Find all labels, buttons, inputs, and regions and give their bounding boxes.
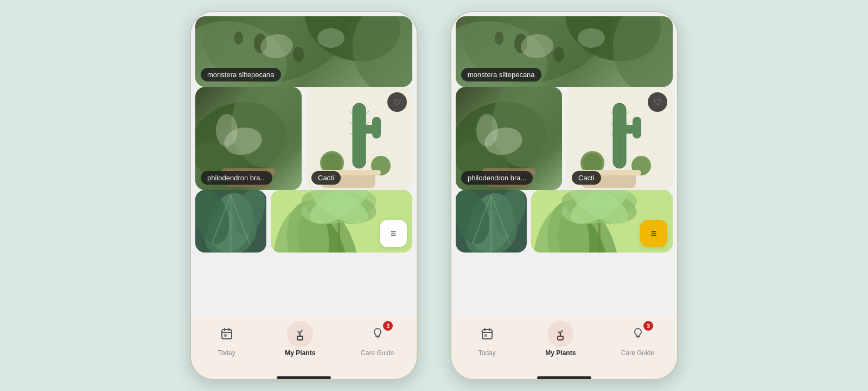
plant-icon-left — [293, 327, 307, 341]
svg-point-105 — [559, 190, 639, 229]
philodendron-card-left[interactable]: philodendron bra... — [195, 87, 302, 190]
cacti-label-left: Cacti — [311, 171, 341, 185]
bottom-nav-right: Today My Plants 3 Car — [451, 314, 677, 374]
cacti-card-right[interactable]: ♡ Cacti — [566, 87, 673, 190]
tropical-card-right[interactable]: ≡ — [531, 190, 673, 253]
svg-line-31 — [366, 122, 369, 125]
heart-icon-left: ♡ — [393, 97, 401, 108]
bulb-icon-right — [631, 327, 644, 340]
badge-careguide-left: 3 — [383, 321, 393, 331]
svg-point-94 — [456, 190, 495, 248]
svg-rect-78 — [620, 125, 641, 134]
svg-line-90 — [626, 122, 629, 125]
svg-rect-77 — [613, 103, 626, 168]
filter-button-right[interactable]: ≡ — [640, 220, 667, 247]
home-indicator-right — [537, 376, 591, 379]
nav-myplants-left[interactable]: My Plants — [285, 321, 315, 357]
svg-point-102 — [547, 204, 618, 253]
svg-rect-32 — [195, 190, 266, 253]
today-icon-wrap-right — [474, 321, 500, 347]
svg-point-69 — [481, 87, 562, 176]
svg-point-24 — [371, 156, 391, 175]
plant-icon-right — [553, 327, 567, 341]
svg-rect-54 — [224, 334, 227, 337]
row-bottom-left: ≡ — [191, 190, 417, 257]
svg-line-37 — [212, 195, 231, 244]
myplants-icon-wrap-right — [547, 321, 573, 347]
svg-rect-117 — [637, 337, 639, 338]
nav-today-right[interactable]: Today — [474, 321, 500, 357]
nav-careguide-left[interactable]: 3 Care Guide — [361, 321, 394, 357]
phone-left: monstera siltepecana philodendron bra... — [190, 11, 418, 380]
scroll-area-right[interactable]: monstera siltepecana philodendron bra... — [451, 12, 677, 314]
scroll-area-left[interactable]: monstera siltepecana philodendron bra... — [191, 12, 417, 314]
svg-point-23 — [322, 153, 342, 173]
svg-point-92 — [457, 201, 526, 253]
svg-point-4 — [254, 34, 267, 53]
svg-point-71 — [482, 124, 525, 157]
svg-line-28 — [349, 122, 353, 125]
svg-point-42 — [273, 191, 372, 253]
svg-point-107 — [564, 190, 634, 232]
calendar-icon-left — [220, 327, 233, 340]
filter-icon-left: ≡ — [391, 228, 397, 239]
svg-line-89 — [626, 111, 629, 114]
svg-point-10 — [221, 87, 302, 176]
svg-rect-109 — [482, 330, 492, 339]
myplants-icon-wrap-left — [287, 321, 313, 347]
svg-line-30 — [366, 111, 369, 114]
svg-point-103 — [531, 200, 597, 253]
calendar-icon-right — [481, 327, 494, 340]
svg-rect-116 — [636, 336, 640, 337]
svg-point-66 — [520, 33, 554, 59]
svg-line-86 — [610, 111, 613, 114]
svg-point-95 — [489, 190, 526, 239]
svg-line-96 — [472, 195, 491, 244]
svg-point-36 — [228, 190, 266, 239]
myplants-label-right: My Plants — [545, 349, 576, 357]
monstera-card-right[interactable]: monstera siltepecana — [456, 16, 673, 87]
svg-rect-57 — [376, 336, 379, 337]
svg-point-33 — [196, 201, 265, 253]
svg-point-64 — [553, 47, 564, 62]
svg-line-27 — [349, 111, 353, 114]
nav-myplants-right[interactable]: My Plants — [545, 321, 576, 357]
svg-point-48 — [304, 190, 374, 232]
heart-button-left[interactable]: ♡ — [387, 92, 407, 112]
svg-point-62 — [605, 16, 673, 87]
svg-point-67 — [578, 28, 605, 48]
monstera-card-left[interactable]: monstera siltepecana — [195, 16, 412, 87]
svg-point-65 — [495, 31, 503, 45]
today-label-right: Today — [478, 349, 496, 357]
cacti-card-left[interactable]: ♡ Cacti — [306, 87, 412, 190]
svg-line-29 — [349, 133, 353, 136]
today-label-left: Today — [218, 349, 235, 357]
row-bottom-right: ≡ — [451, 190, 677, 257]
svg-rect-58 — [376, 337, 379, 338]
nav-careguide-right[interactable]: 3 Care Guide — [621, 321, 654, 357]
svg-line-87 — [610, 122, 613, 125]
svg-rect-55 — [297, 336, 303, 340]
svg-point-72 — [476, 114, 498, 147]
tropical-card-left[interactable]: ≡ — [271, 190, 412, 253]
careguide-label-left: Care Guide — [361, 349, 394, 357]
home-indicator-left — [277, 376, 331, 379]
filter-button-left[interactable]: ≡ — [380, 220, 407, 247]
bottom-nav-left: Today My Plants 3 Car — [191, 314, 417, 374]
nav-today-left[interactable]: Today — [214, 321, 240, 357]
dracaena-card-right[interactable] — [456, 190, 527, 253]
svg-point-34 — [202, 190, 259, 253]
monstera-label-right: monstera siltepecana — [461, 68, 541, 81]
svg-rect-17 — [353, 103, 366, 168]
svg-line-88 — [610, 133, 613, 136]
philodendron-card-right[interactable]: philodendron bra... — [456, 87, 562, 190]
svg-line-38 — [231, 195, 250, 244]
heart-button-right[interactable]: ♡ — [648, 92, 667, 112]
svg-point-101 — [534, 191, 632, 253]
svg-point-5 — [293, 47, 304, 62]
svg-line-97 — [491, 195, 510, 244]
myplants-label-left: My Plants — [285, 349, 315, 357]
svg-point-63 — [514, 34, 527, 53]
dracaena-card-left[interactable] — [195, 190, 266, 253]
heart-icon-right: ♡ — [654, 97, 661, 108]
